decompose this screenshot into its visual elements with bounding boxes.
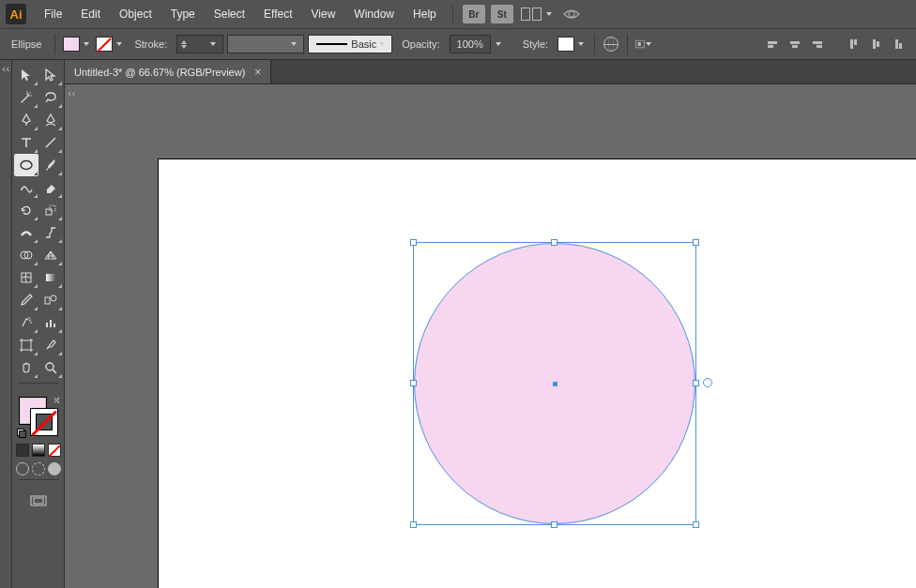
opacity-field[interactable]: 100% xyxy=(450,35,491,53)
pie-angle-widget[interactable] xyxy=(703,378,712,387)
panel-collapse-strip[interactable]: ‹‹ xyxy=(0,60,12,588)
menu-select[interactable]: Select xyxy=(206,4,253,24)
chevron-down-icon[interactable] xyxy=(645,37,652,52)
stroke-color-control[interactable] xyxy=(96,37,125,52)
stroke-swatch-none[interactable] xyxy=(96,37,113,52)
expand-panels-icon[interactable]: ‹‹ xyxy=(2,64,10,74)
chevron-down-icon[interactable] xyxy=(81,37,92,52)
resize-handle-tr[interactable] xyxy=(693,239,699,246)
chevron-down-icon[interactable] xyxy=(207,37,219,52)
stroke-proxy[interactable] xyxy=(30,408,58,436)
curvature-tool[interactable] xyxy=(38,109,63,131)
pen-tool[interactable] xyxy=(14,109,38,131)
selection-tool[interactable] xyxy=(14,64,38,86)
magic-wand-tool[interactable] xyxy=(14,86,38,109)
bridge-button[interactable]: Br xyxy=(463,5,485,23)
blend-tool[interactable] xyxy=(38,289,63,311)
brush-stroke-preview xyxy=(316,43,347,45)
color-mode-solid[interactable] xyxy=(16,444,29,457)
draw-behind[interactable] xyxy=(32,462,45,475)
resize-handle-mr[interactable] xyxy=(693,380,699,386)
stock-button[interactable]: St xyxy=(491,5,513,23)
selection-bounding-box[interactable] xyxy=(413,242,696,525)
resize-handle-br[interactable] xyxy=(693,521,699,528)
align-top-button[interactable] xyxy=(845,36,862,53)
width-tool[interactable] xyxy=(14,221,38,244)
fill-swatch[interactable] xyxy=(63,37,80,52)
draw-normal[interactable] xyxy=(16,462,29,475)
chevron-down-icon[interactable] xyxy=(575,37,587,52)
ellipse-tool[interactable] xyxy=(14,154,38,176)
collapse-docarea-icon[interactable]: ‹‹ xyxy=(68,88,76,98)
resize-handle-tm[interactable] xyxy=(551,239,557,246)
shape-builder-tool[interactable] xyxy=(14,244,38,266)
gradient-tool[interactable] xyxy=(38,266,63,289)
color-mode-gradient[interactable] xyxy=(32,444,45,457)
menu-edit[interactable]: Edit xyxy=(72,4,109,24)
align-to-button[interactable] xyxy=(635,36,652,53)
brush-definition[interactable]: Basic xyxy=(308,35,392,53)
line-segment-tool[interactable] xyxy=(38,131,63,154)
separator xyxy=(18,383,59,384)
menu-object[interactable]: Object xyxy=(111,4,160,24)
hand-tool[interactable] xyxy=(14,356,38,379)
fill-stroke-proxy[interactable]: ⤭ xyxy=(17,395,60,438)
document-tab[interactable]: Untitled-3* @ 66.67% (RGB/Preview) × xyxy=(65,60,271,83)
resize-handle-bl[interactable] xyxy=(410,521,417,528)
color-mode-none[interactable] xyxy=(48,444,61,457)
resize-handle-tl[interactable] xyxy=(410,239,417,246)
menu-help[interactable]: Help xyxy=(405,4,445,24)
chevron-down-icon[interactable] xyxy=(288,37,299,52)
resize-handle-bm[interactable] xyxy=(551,521,557,528)
paintbrush-tool[interactable] xyxy=(38,154,63,176)
rotate-tool[interactable] xyxy=(14,199,38,221)
type-tool[interactable] xyxy=(14,131,38,154)
perspective-grid-tool[interactable] xyxy=(38,244,63,266)
artboard-tool[interactable] xyxy=(14,334,38,356)
resize-handle-ml[interactable] xyxy=(410,380,417,386)
lasso-tool[interactable] xyxy=(38,86,63,109)
zoom-tool[interactable] xyxy=(38,356,63,379)
draw-inside[interactable] xyxy=(48,462,61,475)
align-left-button[interactable] xyxy=(764,36,781,53)
column-graph-tool[interactable] xyxy=(38,311,63,334)
symbol-sprayer-tool[interactable] xyxy=(14,311,38,334)
swap-fill-stroke-icon[interactable]: ⤭ xyxy=(53,395,60,405)
mesh-tool[interactable] xyxy=(14,266,38,289)
selection-center-icon[interactable] xyxy=(553,382,557,386)
menu-file[interactable]: File xyxy=(36,4,70,24)
gpu-preview-icon[interactable] xyxy=(562,7,581,22)
opacity-chevron-icon[interactable] xyxy=(493,37,504,52)
eraser-tool[interactable] xyxy=(38,176,63,199)
default-fill-stroke-icon[interactable] xyxy=(17,429,26,438)
align-hcenter-button[interactable] xyxy=(786,36,803,53)
menu-view[interactable]: View xyxy=(303,4,344,24)
style-swatch[interactable] xyxy=(557,37,574,52)
shaper-tool[interactable] xyxy=(14,176,38,199)
menu-type[interactable]: Type xyxy=(162,4,204,24)
chevron-down-icon[interactable] xyxy=(114,37,125,52)
graphic-style-control[interactable] xyxy=(557,37,587,52)
slice-tool[interactable] xyxy=(38,334,63,356)
svg-point-3 xyxy=(21,188,23,190)
align-right-button[interactable] xyxy=(809,36,826,53)
eyedropper-tool[interactable] xyxy=(14,289,38,311)
align-bottom-button[interactable] xyxy=(890,36,907,53)
align-vcenter-button[interactable] xyxy=(867,36,884,53)
recolor-artwork-button[interactable] xyxy=(603,36,619,53)
menu-effect[interactable]: Effect xyxy=(255,4,300,24)
close-tab-icon[interactable]: × xyxy=(254,66,261,79)
brush-name: Basic xyxy=(351,38,376,50)
direct-selection-tool[interactable] xyxy=(38,64,63,86)
scale-tool[interactable] xyxy=(38,199,63,221)
stepper-icon[interactable] xyxy=(181,40,187,49)
arrange-documents-button[interactable] xyxy=(521,7,555,22)
stroke-weight-field[interactable] xyxy=(176,35,223,53)
selected-tool-label: Ellipse xyxy=(6,38,47,50)
variable-width-profile[interactable] xyxy=(227,35,304,53)
fill-color-control[interactable] xyxy=(63,37,92,52)
free-transform-tool[interactable] xyxy=(38,221,63,244)
screen-mode-button[interactable] xyxy=(27,493,50,510)
menu-window[interactable]: Window xyxy=(345,4,403,24)
chevron-down-icon[interactable] xyxy=(376,37,388,52)
